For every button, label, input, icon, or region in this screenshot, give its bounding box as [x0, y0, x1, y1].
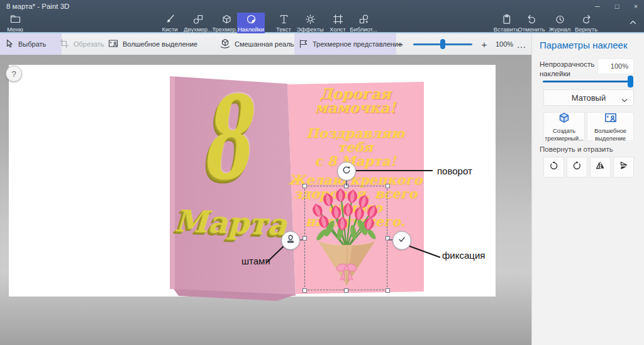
- library-icon: [358, 14, 369, 25]
- rotate-right-button[interactable]: [567, 157, 587, 178]
- undo-button[interactable]: Отменить: [518, 13, 545, 33]
- magic-select-panel-button[interactable]: Волшебное выделение: [587, 112, 634, 141]
- opacity-slider-thumb[interactable]: [628, 76, 633, 88]
- cursor-icon: [4, 38, 14, 50]
- checkmark-icon: [396, 234, 408, 247]
- brush-icon: [165, 14, 175, 25]
- magic-select-icon: [108, 38, 118, 50]
- sticker-selection-box[interactable]: [304, 186, 387, 290]
- selection-handle-s[interactable]: [344, 288, 348, 293]
- maximize-button[interactable]: □: [608, 0, 626, 13]
- selection-handle-se[interactable]: [386, 288, 390, 293]
- close-button[interactable]: ×: [626, 0, 644, 13]
- tab-canvas[interactable]: Холст: [324, 13, 352, 33]
- zoom-slider-thumb[interactable]: [440, 39, 445, 49]
- flip-horizontal-icon: [595, 161, 606, 174]
- selection-handle-sw[interactable]: [303, 288, 307, 293]
- 2d-shapes-icon: [193, 14, 204, 25]
- crop-icon: [59, 38, 69, 50]
- tab-stickers[interactable]: Наклейки: [237, 13, 265, 33]
- finish-dropdown[interactable]: Матовый: [543, 89, 634, 106]
- greeting-line: с 8 Марта!: [287, 154, 423, 168]
- opacity-value-field[interactable]: 100%: [597, 59, 634, 74]
- fixation-handle-stem: [388, 239, 392, 240]
- greeting-line: Поздравляю тебя: [287, 127, 423, 154]
- mixed-reality-button[interactable]: Смешанная реальность: [216, 33, 302, 55]
- flip-vertical-button[interactable]: [613, 157, 634, 178]
- zoom-in-button[interactable]: +: [477, 33, 491, 55]
- rotate-handle[interactable]: [337, 162, 356, 181]
- window-title: 8 марта* - Paint 3D: [6, 3, 69, 10]
- gold-number-8: 8: [201, 81, 243, 195]
- fixation-handle[interactable]: [392, 231, 411, 250]
- stamp-icon: [285, 234, 296, 247]
- clipboard-icon: [501, 14, 512, 25]
- fixation-annotation-label: фиксация: [442, 250, 485, 261]
- rotate-annotation-line: [356, 170, 433, 171]
- rotate-left-button[interactable]: [543, 157, 564, 178]
- 3d-view-flag-icon: [298, 38, 308, 50]
- tab-2d-shapes[interactable]: Двухмер...: [184, 13, 212, 33]
- rotate-ccw-icon: [548, 161, 559, 174]
- tab-text[interactable]: Текст: [270, 13, 297, 33]
- tab-effects[interactable]: Эффекты: [296, 13, 324, 33]
- magic-select-button[interactable]: Волшебное выделение: [104, 33, 192, 55]
- opacity-label: Непрозрачность наклейки: [540, 60, 594, 79]
- tab-library[interactable]: Библиот...: [350, 13, 377, 33]
- gold-month-text: Марта: [174, 203, 276, 242]
- more-options-button[interactable]: …: [513, 33, 530, 55]
- tab-3d-shapes[interactable]: Трехмер...: [213, 13, 240, 33]
- chevron-up-icon: [628, 17, 638, 30]
- redo-icon: [581, 14, 592, 25]
- history-button[interactable]: Журнал: [546, 13, 574, 33]
- sticker-icon: [246, 14, 257, 25]
- help-button[interactable]: ?: [6, 65, 22, 82]
- minimize-button[interactable]: ─: [588, 0, 607, 13]
- tab-brushes[interactable]: Кисти: [156, 13, 184, 33]
- canvas-grid-icon: [333, 14, 343, 25]
- chevron-down-icon: [621, 96, 628, 105]
- rotate-cw-icon: [572, 161, 582, 174]
- make-3d-button[interactable]: Создать трехмерный...: [543, 112, 585, 141]
- magic-select-icon: [604, 111, 617, 125]
- greeting-line: Дорогая мамочка!: [287, 87, 423, 115]
- 3d-cube-icon: [558, 111, 570, 125]
- selection-handle-w[interactable]: [303, 236, 307, 240]
- undo-icon: [526, 14, 537, 25]
- selection-handle-ne[interactable]: [386, 184, 390, 188]
- text-icon: [279, 14, 289, 25]
- rotate-annotation-label: поворот: [437, 166, 472, 176]
- stamp-handle-stem: [300, 239, 303, 240]
- stamp-handle[interactable]: [281, 231, 300, 250]
- select-tool-button[interactable]: Выбрать: [0, 33, 62, 55]
- redo-button[interactable]: Вернуть: [572, 13, 600, 33]
- folder-icon: [10, 14, 21, 25]
- mixed-reality-icon: [220, 38, 230, 50]
- stamp-annotation-label: штамп: [242, 256, 270, 266]
- rotate-handle-stem: [346, 181, 347, 186]
- paint3d-window: 8 марта* - Paint 3D ─ □ × Меню Кисти Дву…: [0, 0, 644, 345]
- zoom-out-button[interactable]: −: [394, 33, 408, 55]
- collapse-ribbon-button[interactable]: [625, 16, 641, 30]
- rotate-flip-label: Повернуть и отразить: [540, 145, 613, 153]
- opacity-slider-track[interactable]: [543, 81, 633, 82]
- rotate-icon: [341, 164, 352, 178]
- menu-button[interactable]: Меню: [1, 13, 29, 33]
- 3d-view-button[interactable]: Трехмерное представление: [294, 33, 396, 55]
- crop-tool-button: Обрезать: [55, 33, 111, 55]
- 3d-cube-icon: [221, 14, 232, 25]
- flip-horizontal-button[interactable]: [590, 157, 611, 178]
- paste-button[interactable]: Вставить: [492, 13, 520, 33]
- sun-icon: [305, 14, 316, 25]
- selection-handle-nw[interactable]: [303, 184, 307, 188]
- flip-vertical-icon: [618, 161, 629, 174]
- greeting-line: Желаю крепкого: [287, 173, 423, 187]
- history-clock-icon: [555, 14, 565, 25]
- panel-title: Параметры наклеек: [540, 40, 627, 50]
